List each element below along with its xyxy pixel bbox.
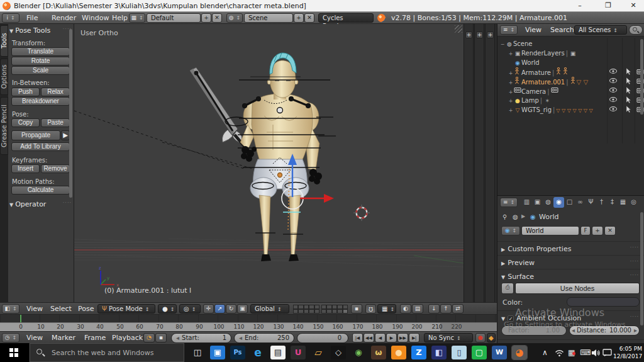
transform-orientation-dropdown[interactable]: Global↕ bbox=[250, 304, 289, 314]
notification-icon[interactable] bbox=[602, 349, 612, 357]
tab-render[interactable]: ▥ bbox=[521, 197, 532, 208]
taskbar-app-edge[interactable]: e bbox=[250, 346, 265, 359]
taskbar-app-unity[interactable]: ◇ bbox=[331, 346, 346, 359]
view-menu[interactable]: View bbox=[23, 303, 47, 315]
toolshelf-scrollbar[interactable] bbox=[69, 29, 72, 198]
wifi-icon[interactable] bbox=[555, 349, 564, 357]
lock-time-button[interactable]: ▪ bbox=[155, 333, 167, 342]
collapsed-region-strip[interactable]: + bbox=[474, 24, 484, 302]
propagate-button[interactable]: Propagate bbox=[11, 130, 60, 140]
timeline-view-menu[interactable]: View bbox=[23, 332, 47, 344]
restore-button[interactable]: ❐ bbox=[597, 0, 619, 12]
tab-world[interactable]: ◉ bbox=[553, 197, 564, 208]
breakdowner-button[interactable]: Breakdowner bbox=[11, 97, 70, 106]
push-button[interactable]: Push bbox=[11, 88, 40, 96]
taskbar-app-photoshop[interactable]: Ps bbox=[230, 346, 245, 359]
menu-render[interactable]: Render bbox=[48, 12, 80, 24]
tab-bone-constraints[interactable]: ‡ bbox=[607, 197, 618, 208]
scenes-filter-dropdown[interactable]: All Scenes↕ bbox=[574, 25, 627, 35]
expand-toggle[interactable]: + bbox=[508, 106, 514, 115]
sync-dropdown[interactable]: No Sync↕ bbox=[424, 333, 473, 342]
tab-render-layers[interactable]: ▣ bbox=[532, 197, 543, 208]
expand-region-icon[interactable]: + bbox=[465, 31, 472, 38]
taskbar-search-input[interactable] bbox=[30, 343, 184, 362]
pose-menu[interactable]: Pose bbox=[74, 303, 97, 315]
remove-keyframe-button[interactable]: Remove bbox=[41, 164, 70, 173]
editor-type-selector[interactable]: ≡↕ bbox=[500, 25, 518, 35]
manipulator-axis-button[interactable]: ✛ bbox=[203, 304, 214, 314]
tab-texture[interactable]: ▦ bbox=[618, 197, 628, 208]
select-menu[interactable]: Select bbox=[47, 303, 75, 315]
render-engine-dropdown[interactable]: Cycles Render↕ bbox=[318, 13, 374, 23]
scale-button[interactable]: Scale bbox=[11, 66, 70, 75]
timeline-playback-menu[interactable]: Playback bbox=[108, 332, 147, 344]
unlink-datablock-button[interactable]: ✕ bbox=[604, 226, 616, 235]
paste-button[interactable]: Paste bbox=[41, 118, 70, 127]
lock-to-scene-button[interactable]: ▪ bbox=[351, 304, 362, 314]
collapse-toggle[interactable]: − bbox=[499, 40, 506, 49]
hide-eye-icon[interactable] bbox=[609, 87, 618, 95]
tab-object-data[interactable]: Ψ bbox=[586, 197, 596, 208]
tray-keyboard-icon[interactable]: ⌨ bbox=[580, 348, 591, 357]
scene-field[interactable]: Scene bbox=[244, 13, 293, 23]
region-resize-corner[interactable] bbox=[455, 25, 462, 33]
tab-constraints[interactable]: ∞ bbox=[575, 197, 586, 208]
calculate-button[interactable]: Calculate bbox=[11, 186, 70, 195]
outliner-search-menu[interactable]: Search bbox=[547, 24, 578, 37]
timeline-marker-menu[interactable]: Marker bbox=[48, 332, 79, 344]
selectable-cursor-icon[interactable] bbox=[625, 87, 633, 95]
jump-to-start-button[interactable]: |◀ bbox=[352, 333, 363, 342]
pose-paste-flipped-button[interactable]: ⇄ bbox=[452, 304, 464, 314]
outliner-view-menu[interactable]: View bbox=[521, 24, 545, 37]
autokey-record-button[interactable]: ● bbox=[475, 333, 486, 342]
operator-panel-header[interactable]: ▼Operator bbox=[9, 200, 46, 208]
tab-object[interactable]: □ bbox=[564, 197, 575, 208]
propagate-menu-button[interactable]: ▶ bbox=[61, 130, 70, 140]
manipulator-scale-button[interactable]: ▣ bbox=[237, 304, 248, 314]
taskbar-app-nox[interactable]: ● bbox=[391, 346, 406, 359]
taskbar-app-game[interactable]: ω bbox=[371, 346, 386, 359]
world-browse-dropdown[interactable]: ◉↕ bbox=[501, 226, 520, 235]
opengl-render-button[interactable]: ◐ bbox=[400, 304, 411, 314]
play-button[interactable]: ▶ bbox=[386, 333, 397, 342]
taskbar-app-task-view[interactable]: ◫ bbox=[190, 346, 205, 359]
copy-button[interactable]: Copy bbox=[11, 118, 40, 127]
taskbar-app-android-studio[interactable]: ◉ bbox=[351, 346, 366, 359]
taskbar-app-photos[interactable]: ▣ bbox=[210, 346, 225, 359]
taskbar-app-store[interactable]: ▤ bbox=[270, 346, 286, 359]
scene-add-button[interactable]: + bbox=[294, 13, 304, 23]
preview-panel[interactable]: ▶Preview bbox=[501, 259, 535, 267]
taskbar-app-notes[interactable]: ▯ bbox=[452, 346, 467, 359]
hide-eye-icon[interactable] bbox=[609, 106, 618, 114]
taskbar-app-blender-active[interactable]: ◕ bbox=[512, 346, 527, 359]
tray-chevron-icon[interactable]: ∧ bbox=[542, 348, 548, 357]
character-model[interactable] bbox=[240, 53, 322, 261]
layer-grid-1[interactable] bbox=[293, 305, 319, 314]
current-frame-indicator[interactable] bbox=[20, 315, 21, 322]
tab-tools[interactable]: Tools bbox=[0, 25, 8, 57]
volume-icon[interactable] bbox=[591, 349, 601, 357]
add-to-library-button[interactable]: Add To Library bbox=[11, 142, 70, 151]
snap-element-dropdown[interactable]: ▦↕ bbox=[377, 304, 396, 314]
pose-paste-button[interactable]: ↑ bbox=[440, 304, 452, 314]
use-nodes-button[interactable]: Use Nodes bbox=[515, 283, 640, 294]
relax-button[interactable]: Relax bbox=[41, 88, 70, 96]
world-name-field[interactable]: World bbox=[521, 226, 579, 235]
expand-toggle[interactable]: + bbox=[508, 49, 514, 59]
new-datablock-button[interactable]: + bbox=[592, 226, 603, 235]
timeline-ruler[interactable]: 0 10 20 30 40 50 60 70 80 90 100 110 120… bbox=[0, 322, 497, 331]
keying-set-dropdown[interactable]: ◆ bbox=[487, 333, 496, 342]
viewport-canvas[interactable]: x y z bbox=[74, 24, 464, 302]
selectable-cursor-icon[interactable] bbox=[625, 106, 633, 114]
jump-prev-keyframe-button[interactable]: ◀◀ bbox=[364, 333, 374, 342]
3d-cursor[interactable] bbox=[353, 205, 370, 221]
collapsed-region-strip[interactable]: + bbox=[464, 24, 474, 302]
start-button[interactable] bbox=[0, 343, 29, 362]
world-color-swatch[interactable] bbox=[567, 297, 640, 307]
hide-eye-icon[interactable] bbox=[609, 77, 618, 86]
manipulator-rotate-button[interactable]: ↻ bbox=[226, 304, 236, 314]
editor-type-selector[interactable]: ◷↕ bbox=[2, 333, 19, 342]
opengl-render-anim-button[interactable]: ▤ bbox=[412, 304, 423, 314]
frame-end-field[interactable]: ◂End:250 bbox=[234, 333, 294, 343]
fake-user-button[interactable]: F bbox=[580, 226, 591, 235]
